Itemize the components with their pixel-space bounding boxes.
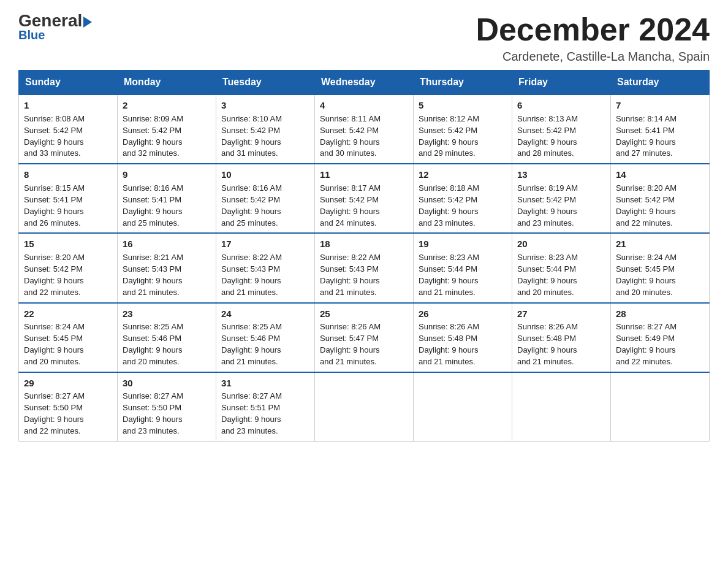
calendar-day: 25Sunrise: 8:26 AMSunset: 5:47 PMDayligh… (315, 303, 414, 372)
sunrise: Sunrise: 8:25 AM (221, 322, 282, 331)
calendar-day: 15Sunrise: 8:20 AMSunset: 5:42 PMDayligh… (19, 233, 118, 302)
calendar-week-3: 15Sunrise: 8:20 AMSunset: 5:42 PMDayligh… (19, 233, 710, 302)
logo: General Blue (18, 12, 92, 42)
day-number: 8 (24, 168, 112, 182)
daylight-minutes: and 21 minutes. (320, 288, 377, 297)
sunset: Sunset: 5:48 PM (517, 334, 576, 343)
location: Cardenete, Castille-La Mancha, Spain (476, 50, 710, 64)
calendar-day: 31Sunrise: 8:27 AMSunset: 5:51 PMDayligh… (216, 372, 315, 442)
daylight: Daylight: 9 hours (419, 137, 479, 147)
calendar-day: 30Sunrise: 8:27 AMSunset: 5:50 PMDayligh… (118, 372, 216, 442)
calendar-day: 8Sunrise: 8:15 AMSunset: 5:41 PMDaylight… (19, 164, 118, 233)
daylight: Daylight: 9 hours (221, 207, 281, 216)
daylight-minutes: and 21 minutes. (419, 288, 476, 297)
sunrise: Sunrise: 8:24 AM (616, 253, 677, 262)
daylight: Daylight: 9 hours (123, 137, 183, 147)
daylight-minutes: and 21 minutes. (320, 357, 377, 366)
daylight: Daylight: 9 hours (517, 207, 577, 216)
daylight-minutes: and 20 minutes. (123, 357, 180, 366)
sunrise: Sunrise: 8:11 AM (320, 114, 381, 123)
calendar-day: 4Sunrise: 8:11 AMSunset: 5:42 PMDaylight… (315, 94, 414, 164)
daylight-minutes: and 20 minutes. (616, 288, 673, 297)
day-number: 25 (320, 307, 408, 321)
daylight: Daylight: 9 hours (616, 276, 676, 285)
daylight-minutes: and 32 minutes. (123, 148, 180, 158)
sunset: Sunset: 5:42 PM (24, 264, 83, 274)
sunset: Sunset: 5:47 PM (320, 334, 379, 343)
sunrise: Sunrise: 8:27 AM (123, 391, 183, 400)
col-thursday: Thursday (414, 71, 512, 95)
day-number: 29 (24, 377, 112, 390)
calendar-day: 28Sunrise: 8:27 AMSunset: 5:49 PMDayligh… (611, 303, 710, 372)
col-tuesday: Tuesday (216, 71, 315, 95)
page-header: General Blue December 2024 Cardenete, Ca… (18, 12, 710, 64)
daylight-minutes: and 21 minutes. (123, 288, 180, 297)
sunset: Sunset: 5:42 PM (24, 126, 83, 135)
sunrise: Sunrise: 8:23 AM (517, 253, 578, 262)
sunrise: Sunrise: 8:26 AM (320, 322, 381, 331)
sunrise: Sunrise: 8:16 AM (221, 183, 282, 193)
calendar-day: 26Sunrise: 8:26 AMSunset: 5:48 PMDayligh… (414, 303, 512, 372)
calendar-day: 20Sunrise: 8:23 AMSunset: 5:44 PMDayligh… (512, 233, 611, 302)
sunset: Sunset: 5:42 PM (419, 126, 477, 135)
day-number: 15 (24, 237, 112, 251)
daylight-minutes: and 21 minutes. (221, 288, 278, 297)
calendar-day: 3Sunrise: 8:10 AMSunset: 5:42 PMDaylight… (216, 94, 315, 164)
day-number: 9 (123, 168, 211, 182)
calendar-day: 18Sunrise: 8:22 AMSunset: 5:43 PMDayligh… (315, 233, 414, 302)
daylight-minutes: and 27 minutes. (616, 148, 673, 158)
day-number: 13 (517, 168, 605, 182)
daylight-minutes: and 23 minutes. (221, 426, 278, 435)
daylight: Daylight: 9 hours (517, 345, 577, 354)
sunrise: Sunrise: 8:23 AM (419, 253, 479, 262)
sunrise: Sunrise: 8:27 AM (221, 391, 282, 400)
sunset: Sunset: 5:42 PM (616, 195, 675, 204)
daylight-minutes: and 22 minutes. (24, 426, 81, 435)
calendar-day: 9Sunrise: 8:16 AMSunset: 5:41 PMDaylight… (118, 164, 216, 233)
calendar-day: 5Sunrise: 8:12 AMSunset: 5:42 PMDaylight… (414, 94, 512, 164)
day-number: 23 (123, 307, 211, 321)
col-wednesday: Wednesday (315, 71, 414, 95)
sunset: Sunset: 5:42 PM (419, 195, 477, 204)
daylight: Daylight: 9 hours (123, 415, 183, 424)
calendar-week-4: 22Sunrise: 8:24 AMSunset: 5:45 PMDayligh… (19, 303, 710, 372)
day-number: 7 (616, 99, 704, 112)
sunset: Sunset: 5:41 PM (24, 195, 83, 204)
day-number: 30 (123, 377, 211, 390)
day-number: 27 (517, 307, 605, 321)
sunset: Sunset: 5:41 PM (123, 195, 181, 204)
day-number: 28 (616, 307, 704, 321)
day-number: 5 (419, 99, 507, 112)
day-number: 12 (419, 168, 507, 182)
sunset: Sunset: 5:43 PM (320, 264, 379, 274)
calendar-day: 22Sunrise: 8:24 AMSunset: 5:45 PMDayligh… (19, 303, 118, 372)
sunset: Sunset: 5:45 PM (616, 264, 675, 274)
daylight-minutes: and 24 minutes. (320, 218, 377, 228)
daylight-minutes: and 20 minutes. (517, 288, 574, 297)
sunrise: Sunrise: 8:20 AM (616, 183, 677, 193)
sunset: Sunset: 5:46 PM (221, 334, 280, 343)
calendar-day: 16Sunrise: 8:21 AMSunset: 5:43 PMDayligh… (118, 233, 216, 302)
daylight: Daylight: 9 hours (320, 137, 380, 147)
daylight-minutes: and 28 minutes. (517, 148, 574, 158)
sunset: Sunset: 5:45 PM (24, 334, 83, 343)
calendar-day: 21Sunrise: 8:24 AMSunset: 5:45 PMDayligh… (611, 233, 710, 302)
sunrise: Sunrise: 8:27 AM (24, 391, 85, 400)
calendar-day (414, 372, 512, 442)
sunrise: Sunrise: 8:15 AM (24, 183, 85, 193)
daylight-minutes: and 29 minutes. (419, 148, 476, 158)
sunrise: Sunrise: 8:16 AM (123, 183, 183, 193)
calendar-day (315, 372, 414, 442)
daylight-minutes: and 31 minutes. (221, 148, 278, 158)
day-number: 14 (616, 168, 704, 182)
calendar-day: 10Sunrise: 8:16 AMSunset: 5:42 PMDayligh… (216, 164, 315, 233)
daylight: Daylight: 9 hours (24, 415, 84, 424)
daylight-minutes: and 23 minutes. (123, 426, 180, 435)
daylight-minutes: and 23 minutes. (517, 218, 574, 228)
calendar-day: 12Sunrise: 8:18 AMSunset: 5:42 PMDayligh… (414, 164, 512, 233)
sunrise: Sunrise: 8:25 AM (123, 322, 183, 331)
daylight: Daylight: 9 hours (616, 207, 676, 216)
calendar-week-2: 8Sunrise: 8:15 AMSunset: 5:41 PMDaylight… (19, 164, 710, 233)
daylight: Daylight: 9 hours (24, 276, 84, 285)
sunset: Sunset: 5:51 PM (221, 403, 280, 412)
